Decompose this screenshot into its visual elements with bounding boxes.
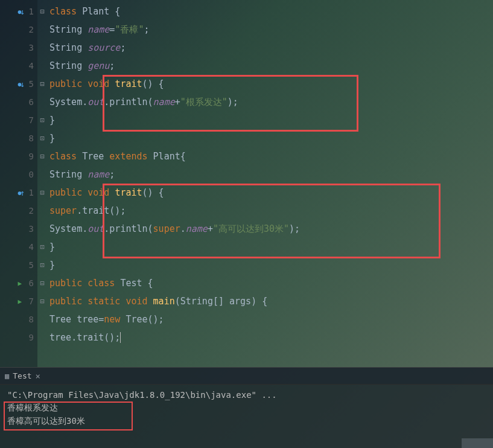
line-number: 5 bbox=[29, 260, 34, 270]
run-icon[interactable] bbox=[18, 280, 27, 287]
fold-toggle-icon[interactable] bbox=[37, 292, 47, 310]
line-number: 4 bbox=[29, 242, 34, 252]
code-line[interactable]: } bbox=[47, 256, 493, 274]
line-number: 2 bbox=[29, 206, 34, 216]
console-line: 香樟高可以达到30米 bbox=[7, 415, 486, 428]
cursor-icon bbox=[120, 332, 121, 343]
code-line[interactable]: String genu; bbox=[47, 57, 493, 75]
code-line[interactable]: public void trait() { bbox=[47, 75, 493, 93]
gutter-line[interactable]: 2 bbox=[0, 202, 37, 220]
fold-toggle-icon[interactable] bbox=[37, 147, 47, 165]
line-number: 6 bbox=[29, 97, 34, 107]
line-number: 8 bbox=[29, 315, 34, 324]
fold-column bbox=[37, 2, 47, 347]
line-number: 1 bbox=[29, 188, 34, 197]
gutter-line[interactable]: 4 bbox=[0, 57, 37, 75]
fold-toggle-icon[interactable] bbox=[37, 75, 47, 93]
line-number: 9 bbox=[29, 333, 34, 342]
line-number: 9 bbox=[29, 152, 34, 161]
code-line[interactable]: public void trait() { bbox=[47, 184, 493, 202]
gutter-line[interactable]: 5 bbox=[0, 256, 37, 274]
code-line[interactable]: public class Test { bbox=[47, 274, 493, 292]
code-line[interactable]: System.out.println(super.name+"高可以达到30米"… bbox=[47, 220, 493, 238]
gutter-line[interactable]: 5 bbox=[0, 75, 37, 93]
gutter: 1 2 3 4 5 6 7 8 9 0 1 2 3 4 5 6 7 8 9 bbox=[0, 0, 37, 367]
fold-toggle-icon[interactable] bbox=[37, 184, 47, 202]
gutter-line[interactable]: 7 bbox=[0, 111, 37, 129]
gutter-line[interactable]: 6 bbox=[0, 93, 37, 111]
gutter-line[interactable]: 3 bbox=[0, 39, 37, 57]
fold-end-icon bbox=[37, 238, 47, 256]
gutter-line[interactable]: 2 bbox=[0, 21, 37, 39]
code-line[interactable]: String name="香樟"; bbox=[47, 21, 493, 39]
line-number: 6 bbox=[29, 278, 34, 288]
gutter-line[interactable]: 1 bbox=[0, 184, 37, 202]
line-number: 8 bbox=[29, 133, 34, 143]
line-number: 4 bbox=[29, 61, 34, 71]
line-number: 3 bbox=[29, 43, 34, 53]
code-lines[interactable]: class Plant { String name="香樟"; String s… bbox=[47, 2, 493, 347]
code-line[interactable]: public static void main(String[] args) { bbox=[47, 292, 493, 310]
line-number: 2 bbox=[29, 25, 34, 34]
code-line[interactable]: } bbox=[47, 238, 493, 256]
fold-end-icon bbox=[37, 111, 47, 129]
code-line[interactable]: System.out.println(name+"根系发达"); bbox=[47, 93, 493, 111]
line-number: 3 bbox=[29, 224, 34, 234]
console-tab[interactable]: Test bbox=[0, 371, 45, 381]
code-line[interactable]: tree.trait(); bbox=[47, 328, 493, 347]
close-icon[interactable] bbox=[36, 371, 40, 381]
code-line[interactable]: } bbox=[47, 129, 493, 147]
line-number: 7 bbox=[29, 296, 34, 306]
override-down-icon[interactable] bbox=[18, 80, 27, 89]
console-panel: Test "C:\Program Files\Java\jdk1.8.0_192… bbox=[0, 367, 493, 448]
fold-toggle-icon[interactable] bbox=[37, 274, 47, 292]
code-line[interactable]: } bbox=[47, 111, 493, 129]
line-number: 0 bbox=[29, 170, 34, 179]
console-line: "C:\Program Files\Java\jdk1.8.0_192\bin\… bbox=[7, 388, 486, 402]
gutter-line[interactable]: 9 bbox=[0, 328, 37, 347]
code-line[interactable]: super.trait(); bbox=[47, 202, 493, 220]
line-number: 5 bbox=[29, 79, 34, 89]
gutter-line[interactable]: 7 bbox=[0, 292, 37, 310]
line-number: 1 bbox=[29, 7, 34, 16]
code-line[interactable]: String name; bbox=[47, 165, 493, 184]
run-icon[interactable] bbox=[18, 298, 27, 306]
gutter-line[interactable]: 4 bbox=[0, 238, 37, 256]
fold-end-icon bbox=[37, 256, 47, 274]
gutter-line[interactable]: 8 bbox=[0, 129, 37, 147]
fold-toggle-icon[interactable] bbox=[37, 2, 47, 21]
tab-label: Test bbox=[13, 371, 31, 380]
override-down-icon[interactable] bbox=[18, 7, 27, 16]
run-config-icon bbox=[5, 371, 9, 380]
gutter-line[interactable]: 3 bbox=[0, 220, 37, 238]
code-line[interactable]: Tree tree=new Tree(); bbox=[47, 310, 493, 328]
gutter-line[interactable] bbox=[0, 347, 37, 365]
code-area[interactable]: class Plant { String name="香樟"; String s… bbox=[37, 0, 493, 367]
gutter-line[interactable]: 6 bbox=[0, 274, 37, 292]
gutter-line[interactable]: 0 bbox=[0, 165, 37, 184]
code-line[interactable]: class Plant { bbox=[47, 2, 493, 21]
gutter-line[interactable]: 1 bbox=[0, 2, 37, 21]
override-up-icon[interactable] bbox=[18, 188, 27, 197]
console-tab-bar: Test bbox=[0, 368, 493, 385]
gutter-line[interactable]: 8 bbox=[0, 310, 37, 328]
console-output[interactable]: "C:\Program Files\Java\jdk1.8.0_192\bin\… bbox=[0, 385, 493, 432]
code-editor: 1 2 3 4 5 6 7 8 9 0 1 2 3 4 5 6 7 8 9 bbox=[0, 0, 493, 367]
line-number: 7 bbox=[29, 115, 34, 125]
code-line[interactable]: class Tree extends Plant{ bbox=[47, 147, 493, 165]
console-line: 香樟根系发达 bbox=[7, 402, 486, 415]
horizontal-scrollbar[interactable] bbox=[462, 438, 493, 448]
fold-end-icon bbox=[37, 129, 47, 147]
code-line[interactable]: String source; bbox=[47, 39, 493, 57]
gutter-line[interactable]: 9 bbox=[0, 147, 37, 165]
